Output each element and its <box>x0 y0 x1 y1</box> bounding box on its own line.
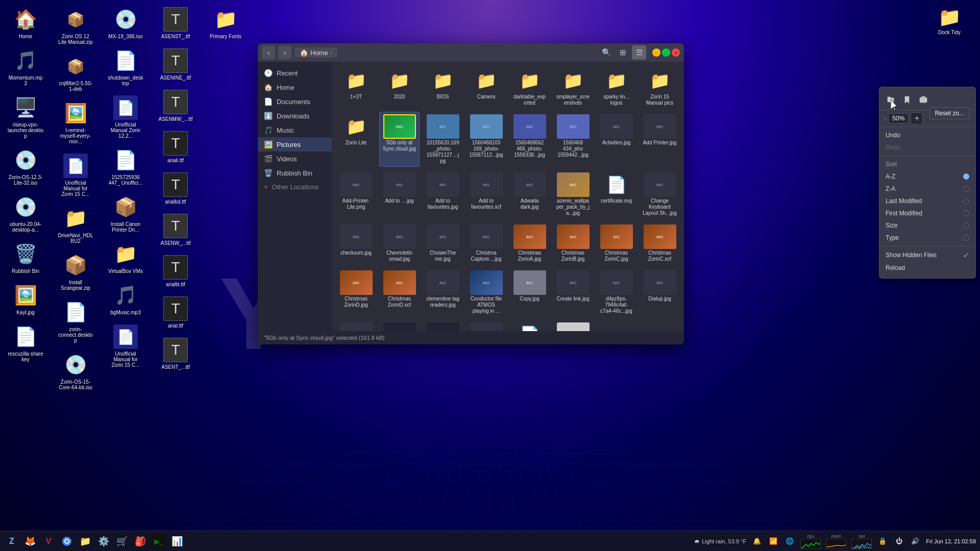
desktop-icon-mx19[interactable]: 💿 MX-19_386.iso <box>105 5 146 41</box>
desktop-icon-docktidy[interactable]: 📁 Dock Tidy <box>929 5 970 35</box>
grid-item-certificate[interactable]: 📄 certificate.svg <box>596 170 636 219</box>
desktop-icon-arialt[interactable]: T arial.ttf <box>155 294 196 331</box>
grid-item-1t3[interactable]: 📁 1+3T <box>336 66 376 109</box>
grid-item-15604682[interactable]: IMG 1560468662 466_photo-1558338...jpg <box>509 112 550 167</box>
sidebar-item-recent[interactable]: 🕐 Recent <box>258 66 332 80</box>
grid-item-adwaita[interactable]: IMG Adwaita dark.jpg <box>509 170 550 219</box>
grid-item-darktable[interactable]: 📁 darktable_exported <box>509 66 550 109</box>
taskbar-sysmonitor[interactable]: 📊 <box>169 534 185 549</box>
desktop-icon-shutdown[interactable]: 📄 shutdown_desktop <box>105 46 146 88</box>
grid-item-christmaszorina[interactable]: IMG Christmas ZorinA.jpg <box>509 222 550 265</box>
nav-back-button[interactable]: ‹ <box>262 46 275 59</box>
taskbar-accessories[interactable]: 🎒 <box>133 534 148 549</box>
grid-item-christmasdep[interactable]: IMG Christmas ZorinD.jpg <box>336 268 376 317</box>
list-view-button[interactable]: ☰ <box>632 45 646 60</box>
grid-view-button[interactable]: ⊞ <box>616 45 630 60</box>
taskbar-notification[interactable]: 🔔 <box>751 536 763 547</box>
desktop-icon-rescuzilla[interactable]: 📄 rescuzilla share key <box>5 322 46 364</box>
desktop-icon-unofficial-z[interactable]: 📄 Unofficial Manual Zorin 12.2... <box>105 93 146 141</box>
desktop-icon-virtualbox[interactable]: 📁 VirtualBox VMs <box>105 240 146 276</box>
desktop-icon-asenmw[interactable]: T ASENMW_...ttf <box>155 88 196 124</box>
desktop-icon-zorinos12lite[interactable]: 📦 Zorin OS 12 Lite Manual.zip <box>55 5 96 47</box>
grid-item-christmaszorind[interactable]: IMG Christmas ZorinD.xcf <box>379 268 420 317</box>
close-button[interactable]: ✕ <box>672 48 680 57</box>
grid-item-drawing[interactable]: 📄 drawing.svg <box>509 320 550 331</box>
reload-item[interactable]: Reload <box>879 262 975 274</box>
grid-item-5gbsync[interactable]: IMG 5Gb only at Sync cloud.jpg <box>379 112 420 167</box>
taskbar-zorin-menu[interactable]: Z <box>4 534 19 549</box>
desktop-icon-primaryfonts[interactable]: 📁 Primary Fonts <box>205 5 246 41</box>
grid-item-driverlessprt[interactable]: IMG DriverlessPrinter.jpg <box>553 320 593 331</box>
taskbar-chromium[interactable] <box>59 534 75 549</box>
new-folder-button[interactable]: + <box>884 92 898 107</box>
desktop-icon-momentum[interactable]: 🎵 Momentum.mp3 <box>5 46 46 88</box>
grid-item-christmaszorinb[interactable]: IMG Christmas ZorinB.jpg <box>553 222 593 265</box>
sidebar-item-videos[interactable]: 🎬 Videos <box>258 152 332 166</box>
taskbar-volume[interactable]: 🔊 <box>910 536 921 547</box>
maximize-button[interactable]: □ <box>662 48 670 57</box>
grid-item-addprinterlite[interactable]: IMG Add-Printer-Lite.png <box>336 170 376 219</box>
grid-item-dmidecode[interactable]: IMG dmidecode.jpg <box>466 320 506 331</box>
sort-az-item[interactable]: A-Z <box>879 170 975 183</box>
taskbar-terminal[interactable]: ▶_ <box>151 534 166 549</box>
taskbar-software[interactable]: 🛒 <box>114 534 130 549</box>
desktop-icon-ubuntu[interactable]: 💿 ubuntu-20.04-desktop-a... <box>5 193 46 235</box>
grid-item-azenis[interactable]: IMG azenis_wallpaper_pack_by_ja...jpg <box>553 170 593 219</box>
desktop-icon-install-scangear[interactable]: 📦 Install Scangear.zip <box>55 251 96 293</box>
grid-item-d4pz9ps[interactable]: IMG d4pz9ps-7946c4af-c7a4-46c...jpg <box>596 268 636 317</box>
grid-item-sparkylin[interactable]: 📁 sparky lin... logos <box>596 66 636 109</box>
grid-item-christmas[interactable]: IMG Christma Capture....jpg <box>466 222 506 265</box>
grid-item-10155620[interactable]: IMG 10155620.169_photo-155871127....jpg <box>423 112 463 167</box>
desktop-icon-asent[interactable]: T ASENT_...ttf <box>155 336 196 372</box>
desktop-icon-asenine[interactable]: T ASENINE_.ttf <box>155 46 196 83</box>
desktop-icon-rubbish[interactable]: 🗑️ Rubbish Bin <box>5 240 46 276</box>
grid-item-addtofav2[interactable]: IMG Add to favourites.xcf <box>466 170 506 219</box>
desktop-icon-asenw2[interactable]: T ASENW_...ttf <box>155 212 196 248</box>
grid-item-copy[interactable]: IMG Copy.jpg <box>509 268 550 317</box>
grid-item-2020[interactable]: 📁 2020 <box>379 66 420 109</box>
sidebar-item-music[interactable]: 🎵 Music <box>258 123 332 137</box>
bookmark-button[interactable] <box>900 92 914 107</box>
grid-item-15604683[interactable]: IMG 1560468 434_pho 1559442...jpg <box>553 112 593 167</box>
taskbar-power[interactable]: ⏻ <box>893 536 904 547</box>
zoom-plus-button[interactable]: + <box>911 112 923 124</box>
taskbar-bluetooth[interactable]: 📶 <box>768 536 779 547</box>
grid-item-chosenthe[interactable]: IMG ChosenThe me.jpg <box>423 222 463 265</box>
grid-item-changekeyboard[interactable]: IMG Change Keyboard Layout Sh...jpg <box>640 170 680 219</box>
grid-item-christmaszorinc2[interactable]: IMG Christmas ZorinC.xcf <box>640 222 680 265</box>
desktop-icon-cnjlfilter[interactable]: 📦 cnjlfilter2-5.50-1-deb <box>55 52 96 94</box>
grid-item-dialup[interactable]: IMG Dialup.jpg <box>640 268 680 317</box>
grid-item-createlink[interactable]: IMG Create link.jpg <box>553 268 593 317</box>
undo-item[interactable]: Undo <box>879 129 975 141</box>
grid-item-disableanimations[interactable]: IMG Disable Animations.jpg <box>379 320 420 331</box>
taskbar-firefox[interactable]: 🦊 <box>22 534 38 549</box>
desktop-icon-kayl[interactable]: 🖼️ Kayl.jpg <box>5 281 46 317</box>
grid-item-addtofav[interactable]: IMG Add to favourites.jpg <box>423 170 463 219</box>
search-button[interactable]: 🔍 <box>599 45 614 60</box>
desktop-icon-1525[interactable]: 📄 1525725936 447_ Unoffici... <box>105 146 146 188</box>
grid-item-checksum[interactable]: IMG checksum.jpg <box>336 222 376 265</box>
nav-forward-button[interactable]: › <box>278 46 291 59</box>
taskbar-clock[interactable]: Fri Jun 12, 21:02:58 <box>926 538 976 544</box>
desktop-icon-arialbi[interactable]: T arialbi.ttf <box>155 253 196 289</box>
grid-item-christmaszorinc[interactable]: IMG Christmas ZorinC.jpg <box>596 222 636 265</box>
sidebar-item-home[interactable]: 🏠 Home <box>258 80 332 94</box>
desktop-icon-zorinos12[interactable]: 💿 Zorin-OS-12.3-Lite-32.iso <box>5 146 46 188</box>
desktop-icon-arial[interactable]: T ariali.ttf <box>155 129 196 165</box>
sidebar-item-downloads[interactable]: ⬇️ Downloads <box>258 109 332 123</box>
taskbar-screen-lock[interactable]: 🔒 <box>877 536 888 547</box>
taskbar-settings[interactable]: ⚙️ <box>96 534 111 549</box>
desktop-icon-remind[interactable]: 🖼️ I-remind-myself-every-mor... <box>55 99 96 146</box>
desktop-icon-install-canon[interactable]: 📦 Install Canon Printer Dri... <box>105 193 146 235</box>
taskbar-vivaldi[interactable]: V <box>41 534 56 549</box>
taskbar-network[interactable]: 🌐 <box>784 536 795 547</box>
grid-item-15604681[interactable]: IMG 1560468103 169_photo-15587112...jpg <box>466 112 506 167</box>
minimize-button[interactable]: ─ <box>652 48 660 57</box>
camera-button[interactable] <box>916 92 930 107</box>
desktop-icon-riseup[interactable]: 🖥️ riseup-vpn-launcher.desktop <box>5 93 46 141</box>
grid-item-zorinlite[interactable]: 📁 Zorin Lite <box>336 112 376 167</box>
grid-item-camera[interactable]: 📁 Camera <box>466 66 506 109</box>
sort-za-item[interactable]: Z-A <box>879 183 975 195</box>
desktop-icon-arialbd[interactable]: T arialbd.ttf <box>155 170 196 207</box>
desktop-icon-drivenavi[interactable]: 📁 DriveNavi_HDLBU2 <box>55 204 96 246</box>
